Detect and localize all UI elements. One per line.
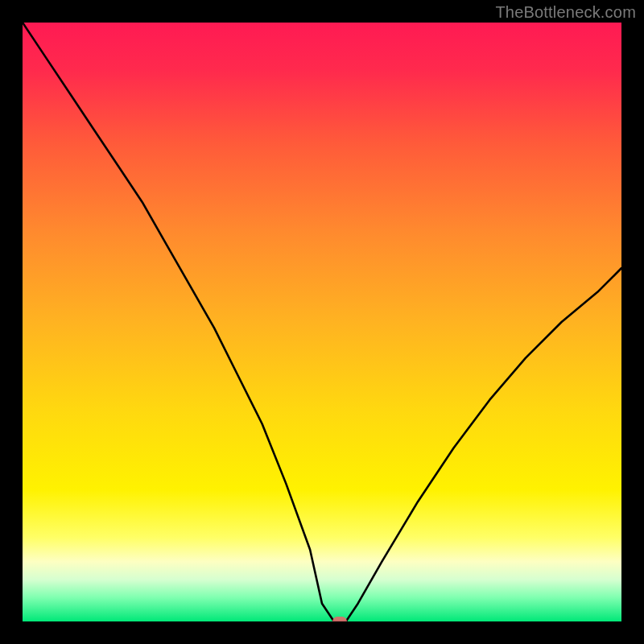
bottleneck-curve [23, 23, 621, 621]
chart-frame: TheBottleneck.com [0, 0, 644, 644]
curve-layer [23, 23, 621, 621]
optimal-marker [332, 617, 347, 621]
plot-area [23, 23, 621, 621]
watermark-text: TheBottleneck.com [495, 3, 636, 22]
